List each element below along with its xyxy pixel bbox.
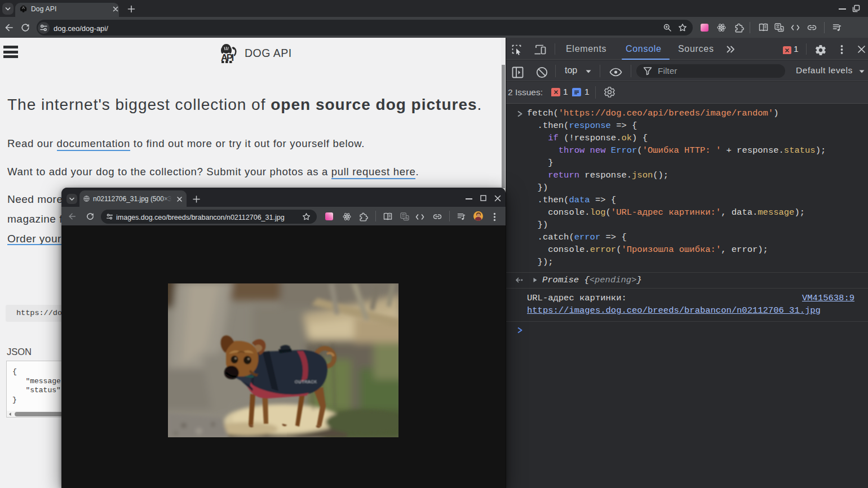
svg-text:OUTRACK: OUTRACK — [295, 379, 317, 384]
